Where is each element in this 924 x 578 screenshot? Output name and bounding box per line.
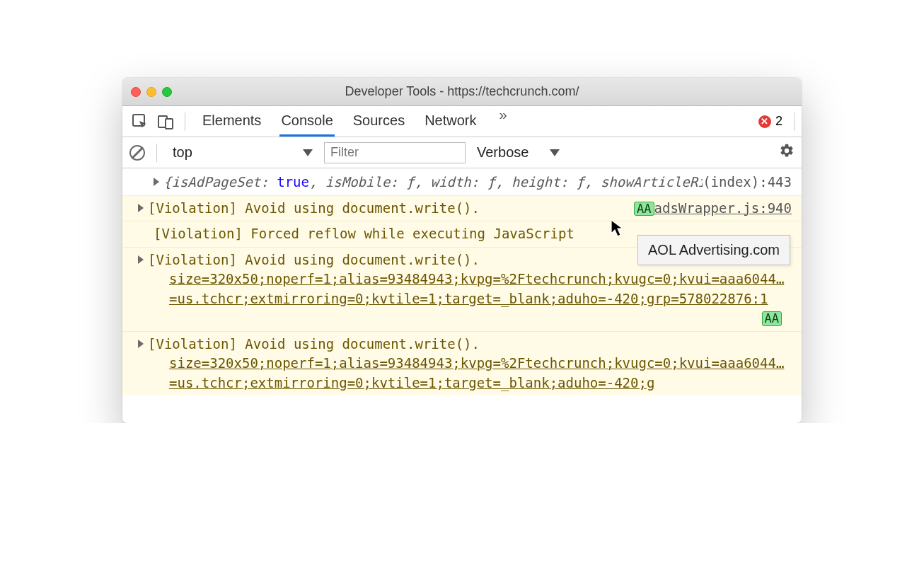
devtools-tabbar: Elements Console Sources Network » ✕ 2 xyxy=(122,106,802,137)
window-close-button[interactable] xyxy=(131,87,141,97)
divider xyxy=(794,112,795,131)
disclosure-triangle-icon[interactable] xyxy=(138,255,144,264)
console-toolbar: top Verbose xyxy=(122,137,802,168)
filter-input[interactable] xyxy=(324,142,466,163)
thirdparty-badge[interactable]: AA xyxy=(634,202,654,216)
divider xyxy=(185,112,185,131)
log-row: (index):443 {isAdPageSet: true, isMobile… xyxy=(122,168,802,196)
violation-row: [Violation] Avoid using document.write()… xyxy=(122,332,802,396)
error-counter[interactable]: ✕ 2 xyxy=(758,114,782,129)
tab-sources[interactable]: Sources xyxy=(352,107,406,137)
violation-row: AA adsWrapper.js:940 [Violation] Avoid u… xyxy=(122,196,802,222)
window-minimize-button[interactable] xyxy=(146,87,156,97)
device-toolbar-icon[interactable] xyxy=(155,111,176,132)
devtools-window: Developer Tools - https://techcrunch.com… xyxy=(122,78,802,423)
tab-console[interactable]: Console xyxy=(279,107,334,137)
window-zoom-button[interactable] xyxy=(162,87,172,97)
console-messages: (index):443 {isAdPageSet: true, isMobile… xyxy=(122,168,802,423)
object-preview[interactable]: {isAdPageSet: true, isMobile: ƒ, width: … xyxy=(138,173,703,192)
inspect-element-icon[interactable] xyxy=(129,111,151,132)
violation-text: [Violation] Avoid using document.write()… xyxy=(148,200,480,216)
clear-console-icon[interactable] xyxy=(129,145,145,161)
violation-text: [Violation] Avoid using document.write()… xyxy=(148,252,480,267)
source-link[interactable]: adsWrapper.js:940 xyxy=(654,199,792,219)
traffic-lights xyxy=(131,87,172,97)
tab-network[interactable]: Network xyxy=(423,107,478,137)
chevron-down-icon xyxy=(303,149,313,156)
chevron-down-icon xyxy=(550,149,560,156)
settings-icon[interactable] xyxy=(779,143,795,163)
titlebar: Developer Tools - https://techcrunch.com… xyxy=(122,78,802,106)
log-level-selector[interactable]: Verbose xyxy=(473,144,564,161)
violation-text: [Violation] Forced reflow while executin… xyxy=(154,226,574,241)
error-count: 2 xyxy=(775,114,782,129)
request-url[interactable]: size=320x50;noperf=1;alias=93484943;kvpg… xyxy=(169,355,784,391)
divider xyxy=(156,144,157,162)
tab-group: Elements Console Sources Network » xyxy=(201,107,512,137)
violation-text: [Violation] Avoid using document.write()… xyxy=(148,336,480,352)
request-url[interactable]: size=320x50;noperf=1;alias=93484943;kvpg… xyxy=(169,271,784,306)
disclosure-triangle-icon[interactable] xyxy=(154,178,159,186)
disclosure-triangle-icon[interactable] xyxy=(138,204,144,212)
source-link[interactable]: (index):443 xyxy=(703,173,792,192)
level-label: Verbose xyxy=(477,144,529,161)
svg-rect-2 xyxy=(166,119,173,129)
thirdparty-badge[interactable]: AA xyxy=(762,311,782,326)
disclosure-triangle-icon[interactable] xyxy=(138,340,144,348)
context-selector[interactable]: top xyxy=(168,143,317,162)
tab-elements[interactable]: Elements xyxy=(201,107,262,137)
context-label: top xyxy=(173,144,192,161)
error-icon: ✕ xyxy=(758,115,771,128)
window-title: Developer Tools - https://techcrunch.com… xyxy=(345,84,579,99)
badge-tooltip: AOL Advertising.com xyxy=(637,235,790,265)
tabs-overflow-icon[interactable]: » xyxy=(495,107,512,137)
